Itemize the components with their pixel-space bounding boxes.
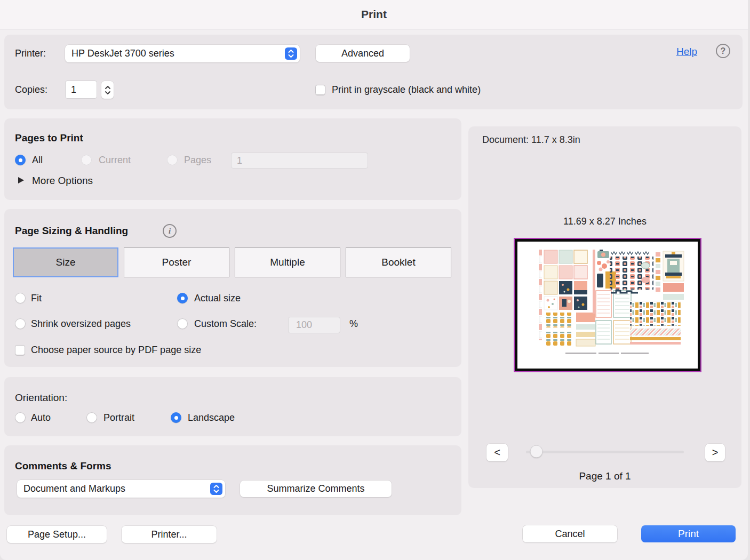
help-link[interactable]: Help: [676, 46, 697, 58]
orientation-section: Orientation: Auto Portrait Landscape: [4, 377, 461, 436]
comments-forms-title: Comments & Forms: [15, 460, 111, 472]
shrink-label: Shrink oversized pages: [31, 318, 131, 330]
orientation-auto-label: Auto: [31, 412, 51, 423]
cancel-button[interactable]: Cancel: [523, 525, 617, 542]
print-preview-frame: [514, 238, 701, 372]
orientation-portrait-radio[interactable]: [86, 412, 97, 423]
pages-current-radio[interactable]: [81, 155, 92, 165]
page-size-info: 11.69 x 8.27 Inches: [468, 216, 741, 227]
page-slider-thumb[interactable]: [530, 445, 542, 458]
dialog-title: Print: [361, 8, 387, 21]
comments-select-value: Document and Markups: [23, 483, 125, 494]
pages-all-radio[interactable]: [15, 155, 26, 165]
next-page-button[interactable]: >: [705, 444, 725, 461]
copies-stepper[interactable]: [101, 81, 114, 99]
page-sizing-title: Page Sizing & Handling: [15, 225, 128, 237]
percent-label: %: [349, 318, 358, 330]
orientation-auto-radio[interactable]: [15, 412, 26, 423]
fit-label: Fit: [31, 293, 42, 304]
grayscale-checkbox[interactable]: [315, 85, 325, 95]
copies-input[interactable]: [65, 81, 97, 99]
help-question-icon[interactable]: ?: [716, 44, 730, 58]
page-sizing-section: Page Sizing & Handling i Size Poster Mul…: [4, 209, 461, 367]
prev-page-button[interactable]: <: [486, 444, 508, 461]
more-options-label[interactable]: More Options: [32, 174, 93, 187]
fit-radio[interactable]: [15, 293, 26, 303]
custom-scale-radio[interactable]: [177, 318, 188, 329]
select-chevrons-icon: [285, 47, 297, 60]
custom-scale-label: Custom Scale:: [194, 318, 257, 330]
pages-current-label: Current: [99, 155, 131, 166]
orientation-landscape-radio[interactable]: [171, 412, 181, 423]
printer-select-value: HP DeskJet 3700 series: [71, 48, 174, 59]
select-chevrons-icon: [210, 483, 222, 495]
tab-multiple[interactable]: Multiple: [235, 247, 340, 277]
more-options-disclosure-icon[interactable]: [18, 177, 24, 183]
tab-size[interactable]: Size: [13, 247, 118, 277]
printer-dialog-button[interactable]: Printer...: [122, 526, 217, 543]
shrink-radio[interactable]: [15, 318, 26, 329]
orientation-title: Orientation:: [15, 392, 67, 404]
preview-panel: Document: 11.7 x 8.3in 11.69 x 8.27 Inch…: [468, 126, 741, 488]
custom-scale-input[interactable]: [288, 317, 340, 333]
pages-range-radio[interactable]: [167, 155, 178, 165]
comments-select[interactable]: Document and Markups: [17, 480, 225, 498]
printer-select[interactable]: HP DeskJet 3700 series: [65, 45, 300, 62]
copies-label: Copies:: [15, 81, 47, 99]
comments-forms-section: Comments & Forms Document and Markups Su…: [4, 445, 461, 515]
print-preview-image: [517, 242, 698, 369]
advanced-button[interactable]: Advanced: [316, 45, 410, 62]
pages-range-input[interactable]: [231, 153, 368, 169]
paper-source-checkbox[interactable]: [15, 345, 25, 355]
page-slider-track[interactable]: [526, 451, 684, 453]
pages-all-label: All: [32, 155, 43, 166]
tab-poster[interactable]: Poster: [124, 247, 229, 277]
grayscale-label: Print in grayscale (black and white): [332, 84, 481, 95]
printer-label: Printer:: [15, 45, 46, 62]
document-info: Document: 11.7 x 8.3in: [482, 134, 580, 146]
pages-to-print-title: Pages to Print: [15, 132, 83, 144]
pages-to-print-section: Pages to Print All Current Pages More Op…: [4, 118, 461, 200]
print-button[interactable]: Print: [641, 525, 736, 542]
page-setup-button[interactable]: Page Setup...: [7, 526, 107, 543]
print-dialog: Print Printer: HP DeskJet 3700 series Ad…: [0, 0, 748, 560]
pages-range-label: Pages: [184, 155, 211, 166]
title-bar: Print: [0, 0, 748, 29]
stepper-up-icon: [105, 85, 111, 90]
summarize-comments-button[interactable]: Summarize Comments: [240, 481, 392, 497]
page-indicator: Page 1 of 1: [468, 470, 741, 482]
paper-source-label: Choose paper source by PDF page size: [31, 344, 201, 356]
actual-size-label: Actual size: [194, 293, 241, 304]
orientation-landscape-label: Landscape: [188, 412, 235, 423]
actual-size-radio[interactable]: [177, 293, 188, 303]
stepper-down-icon: [105, 91, 111, 95]
orientation-portrait-label: Portrait: [103, 412, 134, 423]
info-icon[interactable]: i: [163, 224, 177, 238]
printer-section: Printer: HP DeskJet 3700 series Advanced…: [4, 35, 743, 109]
tab-booklet[interactable]: Booklet: [346, 247, 451, 277]
